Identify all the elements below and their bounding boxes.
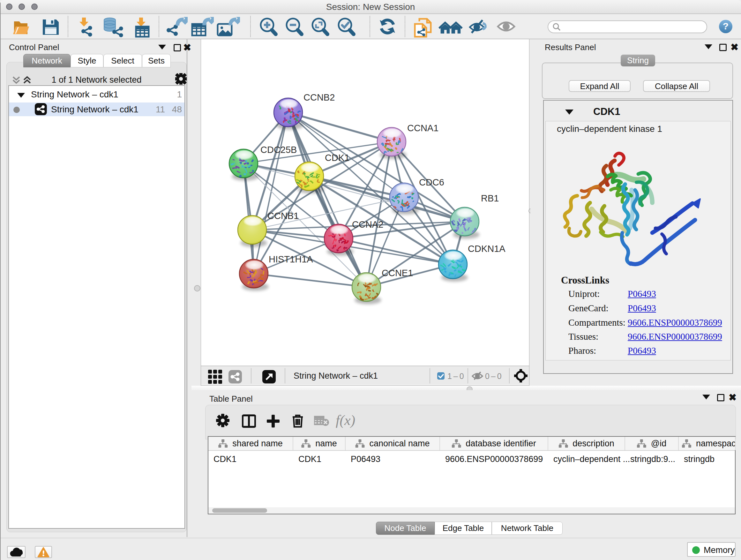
svg-text:HIST1H1A: HIST1H1A <box>269 254 313 264</box>
svg-text:?: ? <box>723 21 729 31</box>
svg-text:CCNE1: CCNE1 <box>382 268 413 278</box>
svg-text:CDKN1A: CDKN1A <box>468 244 506 254</box>
svg-text:CCNB2: CCNB2 <box>304 92 335 103</box>
svg-text:CDC6: CDC6 <box>419 177 444 187</box>
svg-text:CCNA2: CCNA2 <box>352 219 383 230</box>
svg-text:CDK1: CDK1 <box>325 152 349 163</box>
svg-text:CCNA1: CCNA1 <box>407 123 439 133</box>
svg-text:CDC25B: CDC25B <box>260 145 297 155</box>
svg-text:CCNB1: CCNB1 <box>267 211 299 221</box>
svg-text:RB1: RB1 <box>481 193 499 203</box>
